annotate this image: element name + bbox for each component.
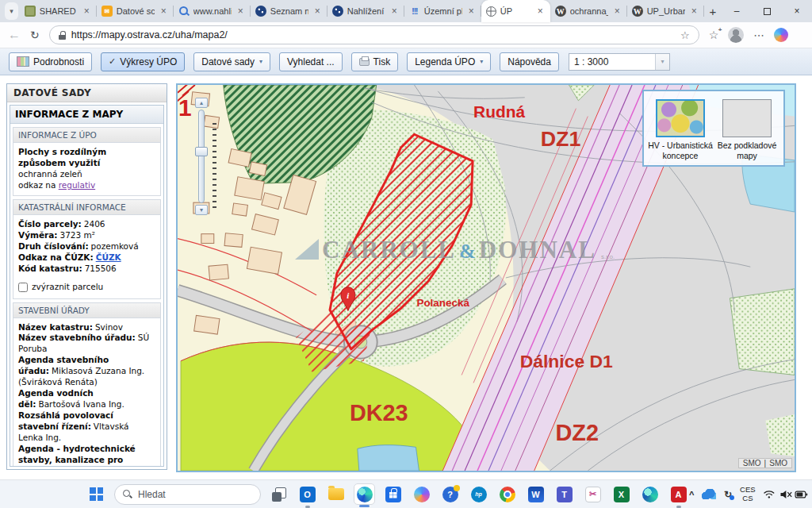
basemap-thumbnail-none[interactable] [722,99,772,137]
table-row: Odkaz na ČÚZK:ČÚZK [18,252,155,264]
refresh-button[interactable]: ↻ [30,29,40,41]
tab-shared-list[interactable]: SHARED LIST × [20,0,97,22]
close-icon[interactable]: × [535,6,546,17]
tab-up-urbanismus[interactable]: W UP_Urbanism × [627,0,704,22]
hidden-icons-chevron[interactable]: ^ [689,490,694,499]
copilot-button[interactable] [411,483,432,505]
favorites-icon[interactable]: ☆ [709,29,719,41]
podrobnosti-button[interactable]: Podrobnosti [9,52,92,71]
datove-sady-button[interactable]: Datové sady ▾ [193,52,270,71]
hp-icon: hp [471,487,487,502]
task-view-button[interactable] [268,483,289,505]
back-button[interactable]: ← [8,28,21,42]
acrobat-button[interactable]: A [668,483,689,505]
close-icon[interactable]: × [389,6,400,17]
search-placeholder: Hledat [138,489,166,500]
napoveda-button[interactable]: Nápověda [500,52,559,71]
tray-status-icons[interactable] [764,488,809,501]
language-indicator[interactable]: CES CS [740,486,756,503]
profile-avatar[interactable] [728,27,744,43]
cuzk-link[interactable]: ČÚZK [96,252,121,262]
zoom-slider-track[interactable] [198,110,205,203]
map-app-toolbar: Podrobnosti ✓ Výkresy ÚPO Datové sady ▾ … [0,48,812,75]
close-icon[interactable]: × [159,6,169,17]
more-menu-icon[interactable]: ⋯ [753,29,764,41]
tab-datove-schranky[interactable]: ✉ Datové schrán × [97,0,174,22]
start-button[interactable] [86,483,107,505]
chrome-button[interactable] [496,483,518,505]
snipping-tool-button[interactable]: ✂ [582,483,603,505]
sync-icon[interactable]: ↻ [724,489,732,500]
new-tab-button[interactable]: + [706,2,720,21]
scale-value: 1 : 3000 [569,56,655,67]
attribution-link[interactable]: SMO [743,459,761,468]
close-icon[interactable]: × [689,6,699,17]
close-icon[interactable]: × [466,6,477,17]
tab-search-button[interactable]: ▾ [5,2,18,20]
close-icon[interactable]: × [312,6,323,17]
map-viewport[interactable]: i 1 Rudná DZ1 Polanecká Dálnice D1 DK23 … [176,83,796,472]
legenda-upo-button[interactable]: Legenda ÚPO ▾ [407,52,491,71]
hp-button[interactable]: hp [468,483,489,505]
zoom-out-button[interactable]: ▾ [195,205,208,215]
basemap-caption: HV - Urbanistická koncepce [648,140,713,160]
lock-icon [59,31,66,40]
tab-seznam-nemovitosti[interactable]: Seznam nemo × [251,0,327,22]
zoom-in-button[interactable]: ▴ [195,98,208,108]
zoom-slider-handle[interactable] [195,147,208,156]
help-button[interactable]: ? [439,483,461,505]
chevron-down-icon: ▾ [655,54,669,70]
file-explorer-button[interactable] [325,483,347,505]
task-view-icon [272,487,286,502]
taskbar-search[interactable]: Hledat [114,484,261,505]
cloud-icon[interactable] [702,489,716,499]
url-text[interactable]: https://mapy.ostrava.cz/uha/mapa2/ [71,29,675,40]
minimize-button[interactable]: – [722,0,752,22]
katastr-section: KATASTRÁLNÍ INFORMACE Číslo parcely:2406… [13,199,161,299]
excel-button[interactable]: X [611,483,632,505]
marker-glyph: i [347,291,349,300]
bookmark-star-icon[interactable]: ☆ [680,29,690,41]
close-icon[interactable]: × [236,6,246,17]
attribution-link[interactable]: SMO [769,459,787,468]
edge-button[interactable] [354,483,375,505]
tab-nahlizeni-do[interactable]: Nahlížení do l × [327,0,404,22]
teams-button[interactable]: T [553,483,575,505]
tab-up-active[interactable]: ÚP × [481,0,550,22]
globe-icon [255,6,266,17]
wordpress-icon: W [555,6,566,17]
outlook-button[interactable]: O [297,483,318,505]
vyhledat-button[interactable]: Vyhledat ... [279,52,343,71]
regulativ-link[interactable]: regulativ [59,180,95,190]
table-row: Číslo parcely:2406 [18,219,155,230]
highlight-parcel-checkbox[interactable] [18,283,28,292]
map-zoom-slider[interactable]: ▴ ▾ [193,98,220,215]
maximize-button[interactable] [752,0,782,22]
corner-label: 1 [178,95,192,121]
tisk-button[interactable]: Tisk [351,52,399,71]
address-bar[interactable]: https://mapy.ostrava.cz/uha/mapa2/ ☆ [49,25,699,44]
windows-taskbar: Hledat O ? hp W T ✂ X A ^ ↻ CES CS [0,479,812,508]
label-dk23: DK23 [350,400,408,425]
vykresy-upo-button[interactable]: ✓ Výkresy ÚPO [101,52,185,71]
tab-nahlizeni-web[interactable]: www.nahlizen × [174,0,251,22]
microsoft-store-button[interactable] [382,483,404,505]
label-dz2: DZ2 [556,421,599,446]
search-icon [123,490,132,499]
scale-select[interactable]: 1 : 3000 ▾ [569,53,670,71]
basemap-thumbnail-urbanisticka[interactable] [656,99,705,137]
basemap-option-urbanisticka[interactable]: HV - Urbanistická koncepce [648,99,713,160]
acrobat-icon: A [671,487,687,502]
close-icon[interactable]: × [612,6,622,17]
close-window-button[interactable]: × [782,0,812,22]
copilot-icon[interactable] [774,28,788,42]
tab-title: SHARED LIST [40,6,78,16]
tab-uzemni-plan[interactable]: !!! Územní plán O × [404,0,481,22]
help-icon: ? [442,487,458,502]
browser-swirl-button[interactable] [639,483,661,505]
tab-ochranna-zelen[interactable]: W ochranna_zele × [550,0,627,22]
word-button[interactable]: W [525,483,546,505]
globe-outline-icon [486,6,496,17]
close-icon[interactable]: × [82,6,92,17]
basemap-option-none[interactable]: Bez podkladové mapy [714,99,779,160]
